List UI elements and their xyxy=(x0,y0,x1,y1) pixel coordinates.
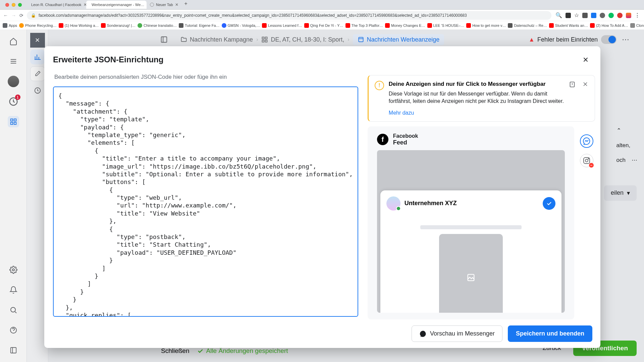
tab-bar: Leon R. Chaudhari | Facebook✕ Werbeanzei… xyxy=(0,0,644,9)
bookmark-label: Datenschutz – Re… xyxy=(514,23,547,27)
bookmark-item[interactable]: GMSN - Vologda,… xyxy=(222,23,260,28)
bookmark-item[interactable]: The Top 3 Platfor… xyxy=(345,23,383,28)
youtube-icon xyxy=(345,23,350,28)
close-icon xyxy=(582,56,589,63)
bookmark-label: Apps xyxy=(9,23,17,27)
messenger-icon xyxy=(419,330,427,338)
ext-icon[interactable] xyxy=(600,13,605,18)
learn-more-link[interactable]: Mehr dazu xyxy=(389,110,414,116)
bookmark-item[interactable]: LEE 'S HOUSE–… xyxy=(427,23,465,28)
bookmark-item[interactable]: Datenschutz – Re… xyxy=(508,23,547,28)
preview-placement: Feed xyxy=(393,139,418,146)
placeholder-card xyxy=(439,234,503,313)
bookmark-label: Clonezilla - Cooki… xyxy=(636,23,644,27)
bookmark-icon xyxy=(508,23,513,28)
feed-preview: f Facebook Feed Unternehmen XYZ xyxy=(368,126,574,319)
reload-icon[interactable]: ⟳ xyxy=(19,13,23,18)
ext-icon[interactable] xyxy=(617,13,623,18)
json-textarea[interactable]: { "message": { "attachment": { "type": "… xyxy=(53,86,358,317)
app-shell: 1 ✕ Nachrichten Kampagne › DE, AT, CH, 1… xyxy=(0,29,644,362)
youtube-icon xyxy=(262,23,267,28)
modal-header: Erweiterte JSON-Einrichtung xyxy=(44,46,600,68)
preview-messenger-button[interactable]: Vorschau im Messenger xyxy=(412,325,502,342)
bookmark-item[interactable]: (2) How To Add A… xyxy=(590,23,628,28)
bookmark-item[interactable]: Chinese translatio… xyxy=(138,23,177,28)
bookmark-item[interactable]: Money Changes E… xyxy=(385,23,425,28)
tab-item[interactable]: Neuer Tab✕ xyxy=(147,1,182,9)
youtube-icon xyxy=(304,23,309,28)
bookmark-label: LEE 'S HOUSE–… xyxy=(433,23,465,27)
ext-icon[interactable] xyxy=(566,13,571,18)
editor-column: Bearbeite deinen personalisierten JSON-C… xyxy=(53,68,361,319)
window-max-dot[interactable] xyxy=(18,3,22,7)
bookmark-label: (2) How To Add A… xyxy=(596,23,628,27)
preview-brand: Facebook xyxy=(393,133,418,139)
bookmark-item[interactable]: Student Wants an… xyxy=(549,23,588,28)
report-icon[interactable] xyxy=(569,81,576,116)
preview-area: f Facebook Feed Unternehmen XYZ xyxy=(368,126,595,319)
back-icon[interactable]: ← xyxy=(3,13,8,18)
bookmark-item[interactable]: Phone Recycling… xyxy=(19,23,57,28)
youtube-icon xyxy=(466,23,471,28)
apps-icon xyxy=(3,23,7,28)
bookmark-item[interactable]: Clonezilla - Cooki… xyxy=(630,23,644,28)
ext-icon[interactable] xyxy=(582,13,588,18)
close-button[interactable] xyxy=(580,54,592,66)
bookmark-item[interactable]: Apps xyxy=(3,23,17,28)
bookmark-item[interactable]: Tutorial: Eigene Fa… xyxy=(179,23,220,28)
window-close-dot[interactable] xyxy=(5,3,9,7)
preview-header: f Facebook Feed xyxy=(377,133,565,146)
json-setup-modal: Erweiterte JSON-Einrichtung Bearbeite de… xyxy=(44,46,600,348)
address-bar[interactable]: 🔒 facebook.com/adsmanager/manage/ads/edi… xyxy=(27,11,551,20)
ext-icon[interactable] xyxy=(591,13,596,18)
chat-sheet: Unternehmen XYZ xyxy=(380,190,561,313)
modal-title: Erweiterte JSON-Einrichtung xyxy=(53,55,163,64)
tab-label: Werbeanzeigenmanager - We… xyxy=(92,3,144,7)
svg-point-20 xyxy=(588,158,589,159)
bookmark-label: Phone Recycling… xyxy=(25,23,57,27)
bookmark-label: Student Wants an… xyxy=(555,23,588,27)
warning-title: Deine Anzeigen sind nur für Click to Mes… xyxy=(389,81,564,87)
tab-item[interactable]: Leon R. Chaudhari | Facebook✕ xyxy=(26,1,86,9)
bookmark-icon xyxy=(179,23,183,28)
new-tab-button[interactable]: + xyxy=(182,1,190,9)
more-icon[interactable]: ⋮ xyxy=(635,12,640,18)
globe-icon xyxy=(150,3,154,7)
warning-icon: ! xyxy=(375,81,384,90)
modal-body: Bearbeite deinen personalisierten JSON-C… xyxy=(44,68,600,319)
forward-icon[interactable]: → xyxy=(11,13,16,18)
messenger-icon xyxy=(583,137,591,145)
browser-chrome: Leon R. Chaudhari | Facebook✕ Werbeanzei… xyxy=(0,0,644,29)
bookmark-item[interactable]: How to get more v… xyxy=(466,23,506,28)
youtube-icon xyxy=(427,23,432,28)
close-icon[interactable] xyxy=(582,81,589,116)
close-icon[interactable]: ✕ xyxy=(175,2,178,7)
bookmark-item[interactable]: Lessons Learned f… xyxy=(262,23,302,28)
window-min-dot[interactable] xyxy=(12,3,15,7)
instagram-channel[interactable]: − xyxy=(580,154,593,167)
bookmark-label: Money Changes E… xyxy=(391,23,425,27)
messenger-channel[interactable] xyxy=(580,134,593,148)
bookmark-item[interactable]: Qing Fei De Yi - Y… xyxy=(304,23,343,28)
bookmark-item[interactable]: (1) How Working a… xyxy=(59,23,99,28)
search-ext-icon[interactable]: 🔍 xyxy=(555,12,562,18)
warning-banner: ! Deine Anzeigen sind nur für Click to M… xyxy=(368,75,595,122)
verified-check-icon xyxy=(543,197,555,210)
business-avatar xyxy=(386,196,400,210)
bookmark-icon xyxy=(222,23,226,28)
avatar-icon[interactable] xyxy=(626,13,631,18)
close-icon[interactable]: ✕ xyxy=(84,2,86,7)
tab-item[interactable]: Werbeanzeigenmanager - We…✕ xyxy=(86,1,147,9)
star-icon[interactable]: ☆ xyxy=(574,12,579,18)
ext-icon[interactable] xyxy=(608,13,614,18)
bookmark-icon xyxy=(19,23,24,28)
bookmark-item[interactable]: Sonderanzug! |… xyxy=(101,23,136,28)
bookmark-label: Tutorial: Eigene Fa… xyxy=(185,23,220,27)
window-controls[interactable] xyxy=(2,3,25,7)
preview-column: ! Deine Anzeigen sind nur für Click to M… xyxy=(368,68,595,319)
facebook-logo: f xyxy=(377,134,388,145)
url-text: facebook.com/adsmanager/manage/ads/edit?… xyxy=(39,13,467,18)
save-button[interactable]: Speichern und beenden xyxy=(508,325,592,342)
bookmark-label: (1) How Working a… xyxy=(65,23,99,27)
tab-list: Leon R. Chaudhari | Facebook✕ Werbeanzei… xyxy=(26,1,642,9)
